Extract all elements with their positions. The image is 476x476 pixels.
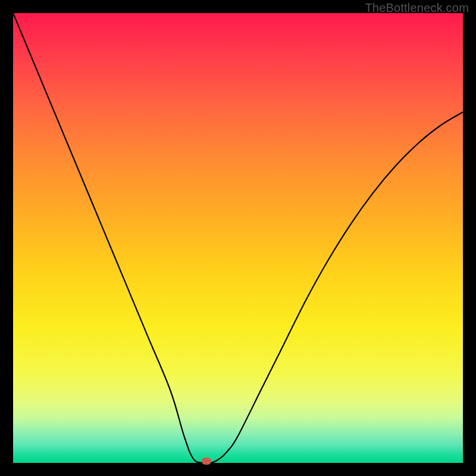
watermark-text: TheBottleneck.com — [365, 1, 469, 15]
bottleneck-curve — [13, 13, 463, 463]
plot-area — [13, 13, 463, 463]
optimal-point-marker — [202, 458, 211, 465]
chart-frame: TheBottleneck.com — [0, 0, 476, 476]
